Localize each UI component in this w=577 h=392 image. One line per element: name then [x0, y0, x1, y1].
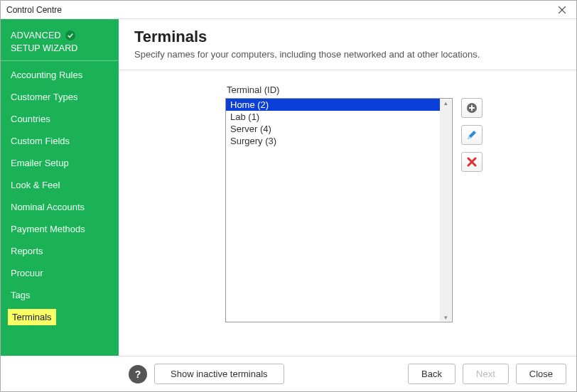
window: Control Centre ADVANCED SETUP WIZARD Acc… [0, 0, 577, 392]
sidebar-item-accounting-rules[interactable]: Accounting Rules [1, 64, 119, 86]
sidebar-item-label: Payment Methods [11, 224, 85, 234]
delete-icon [467, 157, 477, 167]
titlebar: Control Centre [1, 1, 576, 19]
body: ADVANCED SETUP WIZARD Accounting RulesCu… [1, 19, 576, 356]
page-description: Specify names for your computers, includ… [134, 49, 561, 60]
sidebar-item-procuur[interactable]: Procuur [1, 262, 119, 284]
sidebar-item-tags[interactable]: Tags [1, 284, 119, 306]
terminal-listbox[interactable]: ▴ ▾ Home (2)Lab (1)Server (4)Surgery (3) [225, 98, 453, 322]
main: Terminals Specify names for your compute… [119, 19, 576, 356]
add-icon [466, 102, 478, 114]
sidebar-item-countries[interactable]: Countries [1, 108, 119, 130]
help-button[interactable]: ? [129, 365, 147, 383]
check-circle-icon [65, 31, 75, 40]
terminal-row[interactable]: Surgery (3) [226, 135, 440, 147]
sidebar-items: Accounting RulesCustomer TypesCountriesC… [1, 64, 119, 328]
chevron-up-icon: ▴ [444, 99, 448, 107]
terminal-row[interactable]: Server (4) [226, 123, 440, 135]
chevron-down-icon: ▾ [444, 314, 448, 321]
edit-terminal-button[interactable] [461, 125, 482, 145]
edit-icon [466, 129, 478, 141]
footer: ? Show inactive terminals Back Next Clos… [119, 356, 576, 391]
add-terminal-button[interactable] [461, 98, 482, 118]
delete-terminal-button[interactable] [461, 152, 482, 172]
content: Terminal (ID) ▴ ▾ Home (2)Lab (1)Server … [119, 70, 576, 356]
sidebar-item-reports[interactable]: Reports [1, 240, 119, 262]
action-column [461, 98, 482, 172]
help-icon: ? [135, 369, 141, 380]
sidebar-item-look-feel[interactable]: Look & Feel [1, 174, 119, 196]
sidebar: ADVANCED SETUP WIZARD Accounting RulesCu… [1, 19, 119, 356]
sidebar-item-emailer-setup[interactable]: Emailer Setup [1, 152, 119, 174]
sidebar-subheading: SETUP WIZARD [1, 42, 119, 61]
sidebar-item-customer-types[interactable]: Customer Types [1, 86, 119, 108]
sidebar-item-nominal-accounts[interactable]: Nominal Accounts [1, 196, 119, 218]
sidebar-item-label: Emailer Setup [11, 158, 69, 168]
back-button[interactable]: Back [408, 364, 455, 384]
sidebar-item-label: Accounting Rules [11, 70, 82, 80]
sidebar-item-custom-fields[interactable]: Custom Fields [1, 130, 119, 152]
sidebar-heading: ADVANCED [1, 26, 119, 42]
list-wrap: ▴ ▾ Home (2)Lab (1)Server (4)Surgery (3) [225, 98, 562, 322]
sidebar-item-label: Tags [11, 290, 30, 300]
sidebar-item-terminals[interactable]: Terminals [8, 309, 56, 325]
terminal-row[interactable]: Lab (1) [226, 111, 440, 123]
next-button: Next [463, 364, 509, 384]
close-icon [559, 4, 566, 16]
sidebar-item-label: Look & Feel [11, 180, 60, 190]
window-title: Control Centre [6, 5, 62, 15]
sidebar-item-label: Nominal Accounts [11, 202, 85, 212]
sidebar-item-label: Reports [11, 246, 43, 256]
scrollbar[interactable]: ▴ ▾ [440, 99, 451, 321]
window-close-button[interactable] [548, 1, 576, 19]
terminal-row[interactable]: Home (2) [226, 99, 440, 111]
sidebar-item-label: Procuur [11, 268, 43, 278]
terminal-list-label: Terminal (ID) [227, 85, 562, 95]
sidebar-item-payment-methods[interactable]: Payment Methods [1, 218, 119, 240]
show-inactive-button[interactable]: Show inactive terminals [154, 364, 284, 384]
sidebar-item-label: Custom Fields [11, 136, 70, 146]
sidebar-item-label: Customer Types [11, 92, 77, 102]
sidebar-heading-label: ADVANCED [11, 31, 61, 40]
main-header: Terminals Specify names for your compute… [119, 19, 576, 70]
sidebar-item-label: Countries [11, 114, 50, 124]
page-title: Terminals [134, 28, 561, 46]
close-button[interactable]: Close [516, 364, 566, 384]
sidebar-item-label: Terminals [12, 312, 52, 322]
